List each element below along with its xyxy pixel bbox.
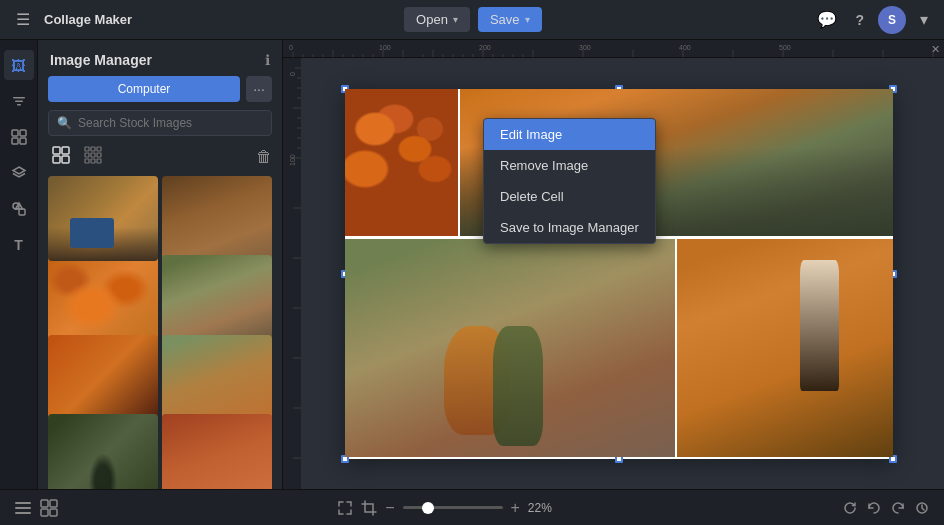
grid-2col-icon (52, 146, 70, 164)
avatar-chevron-icon: ▾ (920, 10, 928, 29)
redo-button[interactable] (890, 500, 906, 516)
context-menu-save-to-manager[interactable]: Save to Image Manager (484, 212, 655, 243)
refresh-button[interactable] (842, 500, 858, 516)
collage-cell-bottom-right[interactable] (677, 239, 893, 457)
svg-rect-61 (283, 58, 301, 489)
context-menu-remove-image[interactable]: Remove Image (484, 150, 655, 181)
svg-rect-3 (12, 130, 18, 136)
grid-toggle-button[interactable] (40, 499, 58, 517)
grid-toggle-icon (40, 499, 58, 517)
rail-layers-button[interactable] (4, 158, 34, 188)
delete-icon: 🗑 (256, 148, 272, 165)
thumbnail-item[interactable] (162, 335, 272, 420)
zoom-slider[interactable] (403, 506, 503, 509)
rail-elements-button[interactable] (4, 194, 34, 224)
save-button[interactable]: Save ▾ (478, 7, 542, 32)
save-label: Save (490, 12, 520, 27)
delete-selected-button[interactable]: 🗑 (256, 148, 272, 166)
svg-rect-8 (19, 209, 25, 215)
rail-images-button[interactable]: 🖼 (4, 50, 34, 80)
zoom-in-button[interactable]: + (511, 499, 520, 517)
thumbnail-item[interactable] (162, 176, 272, 261)
thumbnail-item[interactable] (48, 414, 158, 489)
rail-filters-button[interactable] (4, 86, 34, 116)
history-button[interactable] (914, 500, 930, 516)
elements-icon (11, 201, 27, 217)
topbar-right: 💬 ? S ▾ (813, 6, 932, 34)
avatar-chevron-button[interactable]: ▾ (916, 6, 932, 33)
svg-text:0: 0 (289, 72, 296, 76)
grid-2col-button[interactable] (48, 144, 74, 170)
thumbnail-item[interactable] (48, 335, 158, 420)
avatar[interactable]: S (878, 6, 906, 34)
close-ruler-icon: ✕ (931, 43, 940, 55)
layers-icon (11, 165, 27, 181)
thumbnail-grid (38, 176, 282, 489)
svg-text:0: 0 (289, 44, 293, 51)
ruler-top-svg: 0 100 200 300 400 500 (283, 40, 944, 58)
search-box: 🔍 (48, 110, 272, 136)
layers-toggle-button[interactable] (14, 499, 32, 517)
svg-rect-17 (91, 153, 95, 157)
open-chevron-icon: ▾ (453, 14, 458, 25)
bottombar-right (842, 500, 930, 516)
close-ruler-button[interactable]: ✕ (931, 43, 940, 56)
context-menu-edit-image[interactable]: Edit Image (484, 119, 655, 150)
svg-rect-2 (17, 104, 21, 106)
svg-rect-82 (15, 507, 31, 509)
svg-text:300: 300 (579, 44, 591, 51)
sidebar-info-button[interactable]: ℹ (265, 52, 270, 68)
rail-text-button[interactable]: T (4, 230, 34, 260)
svg-text:200: 200 (479, 44, 491, 51)
sidebar-title: Image Manager (50, 52, 152, 68)
grid-4col-button[interactable] (80, 144, 106, 170)
help-button[interactable]: ? (851, 8, 868, 32)
context-menu-delete-cell[interactable]: Delete Cell (484, 181, 655, 212)
zoom-out-button[interactable]: − (385, 499, 394, 517)
rail-layout-button[interactable] (4, 122, 34, 152)
search-input[interactable] (78, 116, 263, 130)
thumbnail-item[interactable] (48, 176, 158, 261)
svg-text:400: 400 (679, 44, 691, 51)
chat-button[interactable]: 💬 (813, 6, 841, 33)
crop-tool-button[interactable] (361, 500, 377, 516)
open-button[interactable]: Open ▾ (404, 7, 470, 32)
search-row: 🔍 (38, 110, 282, 144)
ruler-left: 0 100 (283, 58, 301, 489)
more-sources-button[interactable]: ··· (246, 76, 272, 102)
undo-icon (866, 500, 882, 516)
svg-rect-5 (12, 138, 18, 144)
fit-screen-icon (337, 500, 353, 516)
layout-icon (11, 129, 27, 145)
thumbnail-item[interactable] (48, 255, 158, 340)
svg-rect-19 (85, 159, 89, 163)
zoom-out-icon: − (385, 499, 394, 516)
thumbnail-item[interactable] (162, 414, 272, 489)
computer-source-button[interactable]: Computer (48, 76, 240, 102)
refresh-icon (842, 500, 858, 516)
svg-text:100: 100 (379, 44, 391, 51)
open-label: Open (416, 12, 448, 27)
thumbnail-item[interactable] (162, 255, 272, 340)
bottombar-center: − + 22% (337, 499, 563, 517)
help-icon: ? (855, 12, 864, 28)
images-icon: 🖼 (11, 57, 26, 74)
svg-rect-20 (91, 159, 95, 163)
collage-cell-top-left[interactable] (345, 89, 458, 236)
undo-button[interactable] (866, 500, 882, 516)
bottombar: − + 22% (0, 489, 944, 525)
sidebar-header: Image Manager ℹ (38, 40, 282, 76)
canvas-scroll[interactable]: 0 100 (283, 58, 944, 489)
svg-rect-0 (13, 97, 25, 99)
info-icon: ℹ (265, 52, 270, 68)
topbar-left: ☰ Collage Maker (12, 6, 132, 33)
fit-to-screen-button[interactable] (337, 500, 353, 516)
ruler-top: 0 100 200 300 400 500 ✕ (283, 40, 944, 58)
topbar-center: Open ▾ Save ▾ (404, 7, 541, 32)
collage-cell-bottom-left[interactable] (345, 239, 675, 457)
svg-rect-81 (15, 502, 31, 504)
hamburger-menu-button[interactable]: ☰ (12, 6, 34, 33)
icon-rail: 🖼 (0, 40, 38, 489)
app-name: Collage Maker (44, 12, 132, 27)
pumpkin-image (345, 89, 458, 236)
